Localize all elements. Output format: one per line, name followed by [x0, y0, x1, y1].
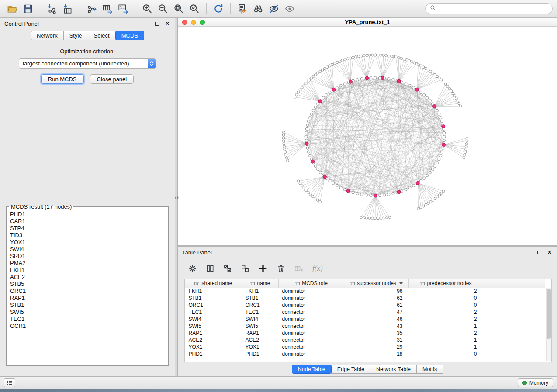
status-menu-button[interactable]	[4, 378, 15, 387]
network-node[interactable]	[312, 109, 315, 112]
network-node[interactable]	[417, 207, 420, 210]
run-mcds-button[interactable]: Run MCDS	[41, 74, 84, 84]
network-dominator-node[interactable]	[349, 80, 352, 83]
network-node[interactable]	[442, 190, 445, 193]
network-from-selection-button[interactable]	[235, 2, 250, 16]
network-node[interactable]	[366, 54, 368, 57]
mcds-result-item[interactable]: TID3	[10, 232, 168, 239]
minimize-window-icon[interactable]	[191, 20, 196, 25]
mcds-result-item[interactable]: ACE2	[10, 274, 168, 281]
network-node[interactable]	[282, 134, 285, 137]
network-node[interactable]	[339, 186, 342, 189]
network-node[interactable]	[463, 156, 465, 159]
splitter-handle-icon[interactable]	[175, 196, 179, 199]
network-node[interactable]	[436, 196, 439, 198]
open-file-button[interactable]	[4, 2, 20, 16]
network-node[interactable]	[282, 137, 285, 139]
table-row[interactable]: ACE2ACE2connector311	[185, 337, 545, 344]
zoom-out-button[interactable]	[155, 2, 171, 16]
network-node[interactable]	[420, 206, 422, 209]
network-node[interactable]	[297, 91, 300, 93]
network-node[interactable]	[408, 186, 411, 189]
network-node[interactable]	[466, 140, 468, 142]
column-header-name[interactable]: name	[242, 279, 279, 288]
network-node[interactable]	[440, 192, 443, 195]
network-node[interactable]	[303, 84, 305, 86]
network-node[interactable]	[422, 66, 425, 69]
network-node[interactable]	[283, 145, 286, 148]
network-node[interactable]	[339, 60, 341, 63]
mcds-result-item[interactable]: SWI4	[10, 246, 168, 253]
network-node[interactable]	[297, 180, 300, 182]
network-node[interactable]	[317, 168, 319, 171]
mcds-result-item[interactable]: FKH1	[10, 267, 168, 274]
float-table-panel-icon[interactable]	[536, 249, 542, 255]
network-dominator-node[interactable]	[442, 125, 445, 128]
network-node[interactable]	[419, 65, 422, 67]
network-node[interactable]	[343, 83, 346, 85]
mcds-result-item[interactable]: YOX1	[10, 239, 168, 246]
network-node[interactable]	[310, 113, 313, 115]
network-node[interactable]	[441, 120, 443, 123]
network-node[interactable]	[371, 54, 374, 56]
network-node[interactable]	[311, 195, 314, 198]
network-node[interactable]	[306, 124, 309, 127]
apply-layout-button[interactable]	[211, 2, 226, 16]
network-node[interactable]	[431, 168, 434, 171]
network-node[interactable]	[436, 162, 439, 164]
search-box[interactable]	[425, 3, 553, 14]
mcds-result-item[interactable]: SRD1	[10, 253, 168, 260]
network-node[interactable]	[434, 197, 436, 200]
network-node[interactable]	[322, 96, 325, 99]
network-node[interactable]	[371, 217, 374, 220]
table-row[interactable]: SWI5SWI5connector431	[185, 323, 545, 330]
mcds-result-item[interactable]: ORC1	[10, 288, 168, 295]
network-node[interactable]	[405, 188, 407, 191]
network-node[interactable]	[429, 200, 432, 203]
network-node[interactable]	[443, 135, 446, 138]
network-node[interactable]	[438, 158, 440, 161]
table-row[interactable]: STB1STB1dominator620	[185, 295, 545, 302]
network-node[interactable]	[426, 96, 429, 99]
network-node[interactable]	[383, 194, 386, 196]
network-node[interactable]	[398, 56, 400, 59]
network-node[interactable]	[380, 54, 382, 56]
network-node[interactable]	[443, 131, 446, 134]
network-node[interactable]	[314, 106, 317, 108]
table-scrollbar[interactable]	[546, 288, 551, 361]
network-node[interactable]	[413, 62, 416, 64]
close-window-icon[interactable]	[182, 20, 187, 25]
network-dominator-node[interactable]	[305, 142, 308, 145]
network-dominator-node[interactable]	[346, 189, 350, 193]
network-node[interactable]	[319, 200, 322, 203]
network-node[interactable]	[429, 70, 432, 73]
export-network-button[interactable]	[84, 2, 100, 16]
network-node[interactable]	[434, 73, 436, 76]
network-dominator-node[interactable]	[374, 194, 377, 197]
tab-node-table[interactable]: Node Table	[292, 365, 332, 374]
network-node[interactable]	[423, 177, 426, 179]
network-node[interactable]	[346, 58, 349, 60]
table-row[interactable]: ORC1ORC1dominator610	[185, 302, 545, 309]
network-node[interactable]	[325, 93, 328, 96]
network-node[interactable]	[299, 89, 301, 91]
tab-select[interactable]: Select	[88, 31, 116, 40]
column-header-shared-name[interactable]: shared name	[185, 279, 242, 288]
network-node[interactable]	[442, 147, 444, 149]
network-node[interactable]	[305, 131, 308, 134]
network-node[interactable]	[394, 56, 397, 58]
network-dominator-node[interactable]	[397, 79, 401, 83]
network-node[interactable]	[310, 77, 313, 79]
tab-motifs[interactable]: Motifs	[416, 365, 443, 374]
add-column-icon[interactable]	[258, 264, 268, 273]
network-node[interactable]	[314, 73, 317, 76]
network-dominator-node[interactable]	[311, 160, 315, 163]
network-node[interactable]	[374, 217, 377, 220]
network-node[interactable]	[357, 55, 360, 58]
network-node[interactable]	[319, 171, 322, 174]
table-row[interactable]: YOX1YOX1connector291	[185, 344, 545, 351]
network-node[interactable]	[360, 216, 362, 219]
network-node[interactable]	[383, 217, 385, 219]
unselect-all-icon[interactable]	[241, 264, 249, 273]
network-node[interactable]	[426, 174, 429, 177]
